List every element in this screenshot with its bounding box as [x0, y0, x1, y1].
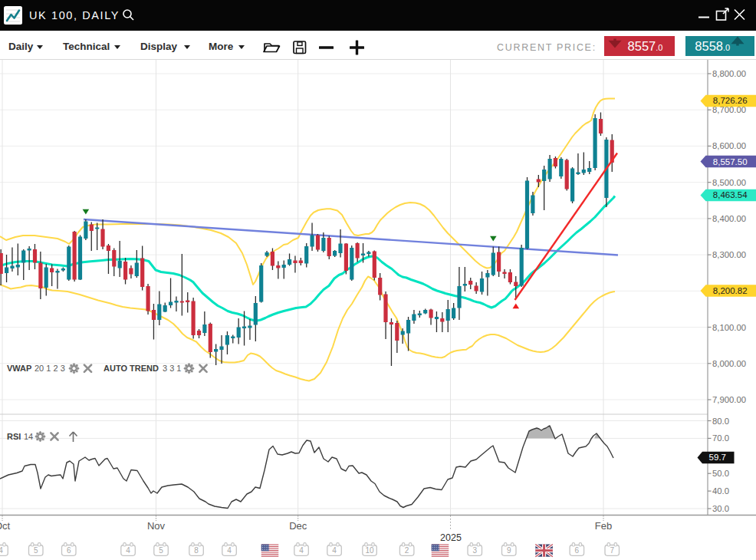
svg-text:8,300.00: 8,300.00	[712, 250, 746, 259]
svg-text:5: 5	[159, 546, 163, 555]
svg-text:8,800.00: 8,800.00	[712, 69, 746, 78]
svg-text:4: 4	[0, 546, 3, 555]
svg-text:RSI: RSI	[7, 432, 21, 441]
svg-text:6: 6	[575, 546, 580, 555]
svg-text:8,726.26: 8,726.26	[713, 96, 748, 105]
svg-text:9: 9	[507, 546, 511, 555]
svg-text:4: 4	[227, 546, 232, 555]
svg-text:7,900.00: 7,900.00	[712, 395, 746, 404]
svg-text:8,100.00: 8,100.00	[712, 323, 746, 332]
svg-text:8,463.54: 8,463.54	[713, 190, 748, 199]
svg-text:8,000.00: 8,000.00	[712, 359, 746, 368]
svg-text:4: 4	[299, 546, 304, 555]
svg-text:59.7: 59.7	[709, 453, 726, 462]
svg-text:Nov: Nov	[147, 520, 166, 532]
svg-text:20 1 2 3: 20 1 2 3	[35, 364, 65, 373]
svg-text:8: 8	[194, 546, 199, 555]
svg-text:7: 7	[610, 546, 615, 555]
svg-text:2: 2	[405, 546, 409, 555]
svg-text:40.0: 40.0	[712, 486, 729, 496]
svg-text:80.0: 80.0	[712, 417, 729, 426]
svg-text:AUTO TREND: AUTO TREND	[104, 364, 159, 373]
svg-text:14: 14	[24, 432, 33, 441]
svg-text:70.0: 70.0	[712, 433, 729, 443]
svg-text:8,600.00: 8,600.00	[712, 141, 746, 150]
svg-text:3: 3	[473, 546, 478, 555]
svg-text:50.0: 50.0	[712, 469, 729, 478]
svg-text:3 3 1: 3 3 1	[163, 364, 181, 373]
svg-text:Oct: Oct	[0, 520, 10, 532]
svg-text:8,400.00: 8,400.00	[712, 214, 746, 223]
svg-text:6: 6	[67, 546, 71, 555]
svg-text:Dec: Dec	[289, 520, 307, 532]
svg-text:8,500.00: 8,500.00	[712, 178, 746, 187]
svg-text:8,557.50: 8,557.50	[713, 157, 748, 166]
svg-text:5: 5	[34, 546, 38, 555]
svg-text:8,200.82: 8,200.82	[713, 286, 748, 295]
svg-text:4: 4	[332, 546, 337, 555]
svg-text:2025: 2025	[440, 532, 462, 543]
svg-text:VWAP: VWAP	[7, 364, 31, 373]
svg-text:10: 10	[365, 546, 374, 555]
svg-text:Feb: Feb	[595, 520, 612, 532]
svg-text:4: 4	[126, 546, 130, 555]
svg-text:30.0: 30.0	[712, 504, 729, 513]
